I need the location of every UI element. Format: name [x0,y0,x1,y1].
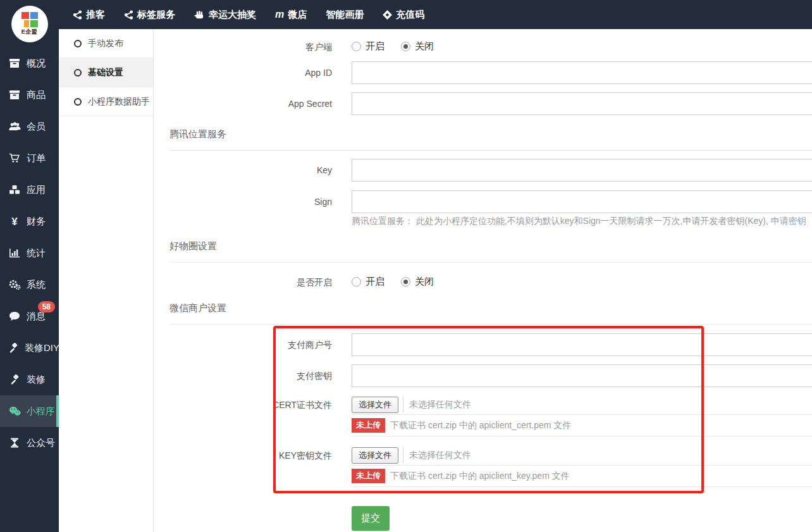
sidebar-item-orders[interactable]: 订单 [0,142,59,174]
lucky-draw-hand-icon [194,10,205,20]
archive-box-icon [8,90,21,100]
sign-hint: 腾讯位置服务： 此处为小程序定位功能,不填则为默认key和Sign一天限制请求一… [352,216,806,227]
brand-logo[interactable]: E企盟 [0,0,59,47]
archive-box-icon [8,58,21,68]
topnav-item-tuike[interactable]: 推客 [73,9,105,21]
topnav-label: 推客 [86,9,105,21]
circle-icon [74,69,82,77]
topnav-item-lucky-draw[interactable]: 幸运大抽奖 [194,9,256,21]
radio-icon[interactable] [352,42,361,51]
sidebar-item-label: 统计 [27,247,46,259]
main-sidebar: E企盟 概况 商品 会员 订单 应用 ¥ 财务 统计 系统 消息 58 装修DI… [0,0,59,532]
sidebar-item-decorate-diy[interactable]: 装修DIY [0,332,59,364]
users-icon [8,121,21,132]
section-wechat-merchant: 微信商户设置 [169,302,812,325]
share-icon [124,10,133,20]
cubes-icon [8,185,21,195]
sidebar-item-products[interactable]: 商品 [0,79,59,111]
cert-hint: 下载证书 cert.zip 中的 apiclient_cert.pem 文件 [390,420,571,431]
sidebar-item-finance[interactable]: ¥ 财务 [0,206,59,237]
sidebar-item-members[interactable]: 会员 [0,111,59,142]
topnav-item-tag-service[interactable]: 标签服务 [124,9,175,21]
gavel-icon [8,374,21,385]
circle-icon [74,98,82,106]
message-count-badge: 58 [38,301,55,312]
weidian-m-icon: m [275,9,284,20]
comment-icon [8,311,21,321]
topnav-label: 微店 [288,9,307,21]
sidebar-item-official-account[interactable]: 公众号 [0,427,59,459]
app-id-input[interactable] [352,61,812,84]
brand-logo-text: E企盟 [22,28,38,36]
cert-file-label: CERT证书文件 [154,395,332,415]
topnav-item-recharge-code[interactable]: 充值码 [383,9,424,21]
sidebar-item-label: 会员 [27,121,46,133]
sidebar-item-messages[interactable]: 消息 58 [0,300,59,332]
cert-no-file-text: 未选择任何文件 [409,399,471,411]
sign-label: Sign [154,190,332,213]
keyfile-not-uploaded-badge: 未上传 [352,469,385,483]
sidebar-item-label: 财务 [27,216,46,228]
enable-radio-on[interactable]: 开启 [352,276,384,288]
top-navbar: 推客 标签服务 幸运大抽奖 m 微店 智能画册 充值码 [0,0,812,29]
topnav-item-smart-album[interactable]: 智能画册 [326,9,364,21]
sidebar-item-system[interactable]: 系统 [0,269,59,300]
divider [403,397,403,412]
subnav-item-label: 基础设置 [88,67,123,78]
subnav-item-data-assistant[interactable]: 小程序数据助手 [59,87,153,116]
radio-checked-icon[interactable] [401,277,410,287]
wechat-icon [8,406,21,416]
apply-key-link[interactable]: 申请密钥 [771,216,806,226]
sidebar-item-label: 系统 [27,279,46,291]
sidebar-item-decorate[interactable]: 装修 [0,364,59,395]
recharge-ticket-icon [383,10,392,20]
client-radio-on[interactable]: 开启 [352,40,384,53]
app-secret-input[interactable] [352,92,812,115]
sidebar-item-label: 订单 [27,152,46,164]
sidebar-item-overview[interactable]: 概况 [0,47,59,79]
share-icon [73,10,82,20]
topnav-item-weidian[interactable]: m 微店 [275,9,307,21]
sidebar-item-label: 商品 [27,89,46,101]
keyfile-input-row: 选择文件 未选择任何文件 [352,445,812,466]
keyfile-choose-file-button[interactable]: 选择文件 [352,447,398,464]
radio-checked-icon[interactable] [401,42,410,51]
cert-choose-file-button[interactable]: 选择文件 [352,397,398,413]
subnav-item-basic-settings[interactable]: 基础设置 [59,58,153,87]
sidebar-item-label: 公众号 [27,437,55,449]
pay-secret-input[interactable] [352,364,812,387]
topnav-label: 标签服务 [137,9,175,21]
yen-icon: ¥ [8,216,21,227]
sign-input[interactable] [352,190,812,213]
subnav-item-label: 小程序数据助手 [88,96,150,108]
keyfile-no-file-text: 未选择任何文件 [409,450,471,461]
pay-secret-label: 支付密钥 [154,364,332,387]
topnav-label: 智能画册 [326,9,364,21]
section-tencent-location: 腾讯位置服务 [169,128,812,151]
brand-logo-icon [22,12,38,27]
hourglass-icon [8,438,21,448]
gears-icon [8,280,21,290]
sidebar-item-mini-program[interactable]: 小程序 [0,395,59,427]
radio-icon[interactable] [352,277,361,287]
sidebar-item-label: 小程序 [27,405,55,418]
divider [403,448,403,463]
sidebar-item-label: 应用 [27,184,46,196]
enable-radio-off[interactable]: 关闭 [401,276,434,288]
submit-button[interactable]: 提交 [352,506,390,531]
cert-not-uploaded-badge: 未上传 [352,418,385,432]
key-input[interactable] [352,159,812,182]
subnav-item-manual-publish[interactable]: 手动发布 [59,29,153,58]
app-id-label: App ID [154,61,332,84]
pay-merchant-input[interactable] [352,333,812,356]
client-radio-group: 开启 关闭 [352,40,434,53]
client-radio-off[interactable]: 关闭 [401,40,434,53]
secondary-sidebar: 手动发布 基础设置 小程序数据助手 [59,29,154,532]
sidebar-item-label: 概况 [27,58,46,70]
sidebar-item-statistics[interactable]: 统计 [0,237,59,269]
topnav-label: 幸运大抽奖 [209,9,256,21]
section-haowuquan: 好物圈设置 [169,240,812,263]
cart-icon [8,153,21,163]
subnav-item-label: 手动发布 [88,38,123,49]
sidebar-item-apps[interactable]: 应用 [0,174,59,206]
